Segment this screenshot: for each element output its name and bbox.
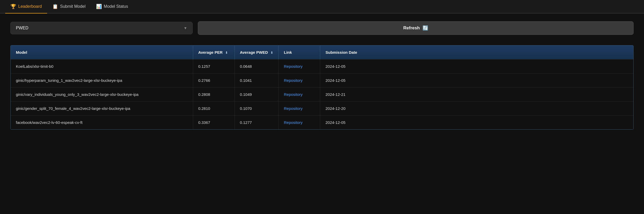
table-header: Model Average PER ⬇ Average PWED ⬇ Link bbox=[11, 45, 633, 59]
cell-date-2: 2024-12-21 bbox=[320, 88, 633, 102]
cell-date-4: 2024-12-05 bbox=[320, 116, 633, 130]
repository-link-2[interactable]: Repository bbox=[284, 92, 302, 97]
tab-leaderboard-label: Leaderboard bbox=[18, 4, 42, 9]
col-header-link: Link bbox=[279, 45, 320, 59]
repository-link-3[interactable]: Repository bbox=[284, 106, 302, 111]
cell-avg-per-3: 0.2810 bbox=[193, 102, 235, 116]
cell-avg-per-1: 0.2766 bbox=[193, 73, 235, 88]
cell-link-4[interactable]: Repository bbox=[279, 116, 320, 130]
leaderboard-table: Model Average PER ⬇ Average PWED ⬇ Link bbox=[11, 45, 633, 129]
cell-date-1: 2024-12-05 bbox=[320, 73, 633, 88]
cell-model-3: ginic/gender_split_70_female_4_wav2vec2-… bbox=[11, 102, 193, 116]
cell-model-1: ginic/hyperparam_tuning_1_wav2vec2-large… bbox=[11, 73, 193, 88]
table-row: KoelLabs/xlsr-timit-b0 0.1257 0.0648 Rep… bbox=[11, 59, 633, 73]
sort-icon-per: ⬇ bbox=[225, 51, 228, 55]
cell-date-3: 2024-12-20 bbox=[320, 102, 633, 116]
cell-avg-pwed-1: 0.1041 bbox=[235, 73, 279, 88]
cell-model-2: ginic/vary_individuals_young_only_3_wav2… bbox=[11, 88, 193, 102]
sort-icon-pwed: ⬇ bbox=[270, 51, 273, 55]
cell-avg-pwed-4: 0.1277 bbox=[235, 116, 279, 130]
refresh-label: Refresh bbox=[403, 25, 420, 31]
leaderboard-table-wrapper: Model Average PER ⬇ Average PWED ⬇ Link bbox=[10, 45, 634, 130]
cell-link-2[interactable]: Repository bbox=[279, 88, 320, 102]
header-row: Model Average PER ⬇ Average PWED ⬇ Link bbox=[11, 45, 633, 59]
cell-link-0[interactable]: Repository bbox=[279, 59, 320, 73]
tab-submit-model[interactable]: 📋 Submit Model bbox=[47, 0, 91, 14]
col-header-avg-pwed[interactable]: Average PWED ⬇ bbox=[235, 45, 279, 59]
repository-link-1[interactable]: Repository bbox=[284, 78, 302, 83]
table-row: facebook/wav2vec2-lv-60-espeak-cv-ft 0.3… bbox=[11, 116, 633, 130]
metric-dropdown[interactable]: PWED ▼ bbox=[10, 22, 193, 34]
cell-model-4: facebook/wav2vec2-lv-60-espeak-cv-ft bbox=[11, 116, 193, 130]
nav-bar: 🏆 Leaderboard 📋 Submit Model 📊 Model Sta… bbox=[0, 0, 644, 14]
cell-avg-pwed-3: 0.1070 bbox=[235, 102, 279, 116]
repository-link-0[interactable]: Repository bbox=[284, 64, 302, 69]
col-header-model: Model bbox=[11, 45, 193, 59]
tab-leaderboard[interactable]: 🏆 Leaderboard bbox=[5, 0, 47, 14]
cell-avg-per-4: 0.3367 bbox=[193, 116, 235, 130]
refresh-icon: 🔄 bbox=[422, 25, 428, 31]
tab-submit-model-label: Submit Model bbox=[60, 4, 86, 9]
cell-avg-per-2: 0.2808 bbox=[193, 88, 235, 102]
submit-model-icon: 📋 bbox=[52, 4, 58, 9]
table-row: ginic/hyperparam_tuning_1_wav2vec2-large… bbox=[11, 73, 633, 88]
cell-avg-pwed-2: 0.1049 bbox=[235, 88, 279, 102]
cell-avg-per-0: 0.1257 bbox=[193, 59, 235, 73]
cell-link-3[interactable]: Repository bbox=[279, 102, 320, 116]
col-header-avg-per[interactable]: Average PER ⬇ bbox=[193, 45, 235, 59]
cell-date-0: 2024-12-05 bbox=[320, 59, 633, 73]
table-row: ginic/vary_individuals_young_only_3_wav2… bbox=[11, 88, 633, 102]
tab-model-status-label: Model Status bbox=[104, 4, 128, 9]
col-header-submission-date: Submission Date bbox=[320, 45, 633, 59]
dropdown-container: PWED ▼ bbox=[10, 22, 193, 34]
chevron-down-icon: ▼ bbox=[184, 26, 187, 30]
cell-link-1[interactable]: Repository bbox=[279, 73, 320, 88]
table-row: ginic/gender_split_70_female_4_wav2vec2-… bbox=[11, 102, 633, 116]
table-body: KoelLabs/xlsr-timit-b0 0.1257 0.0648 Rep… bbox=[11, 59, 633, 130]
dropdown-value: PWED bbox=[16, 26, 28, 30]
leaderboard-icon: 🏆 bbox=[10, 4, 16, 9]
tab-model-status[interactable]: 📊 Model Status bbox=[91, 0, 133, 14]
main-content: PWED ▼ Refresh 🔄 Model Average PER ⬇ bbox=[0, 14, 644, 137]
repository-link-4[interactable]: Repository bbox=[284, 120, 302, 125]
model-status-icon: 📊 bbox=[96, 4, 102, 9]
refresh-button[interactable]: Refresh 🔄 bbox=[198, 21, 634, 35]
cell-avg-pwed-0: 0.0648 bbox=[235, 59, 279, 73]
cell-model-0: KoelLabs/xlsr-timit-b0 bbox=[11, 59, 193, 73]
controls-row: PWED ▼ Refresh 🔄 bbox=[10, 21, 634, 35]
